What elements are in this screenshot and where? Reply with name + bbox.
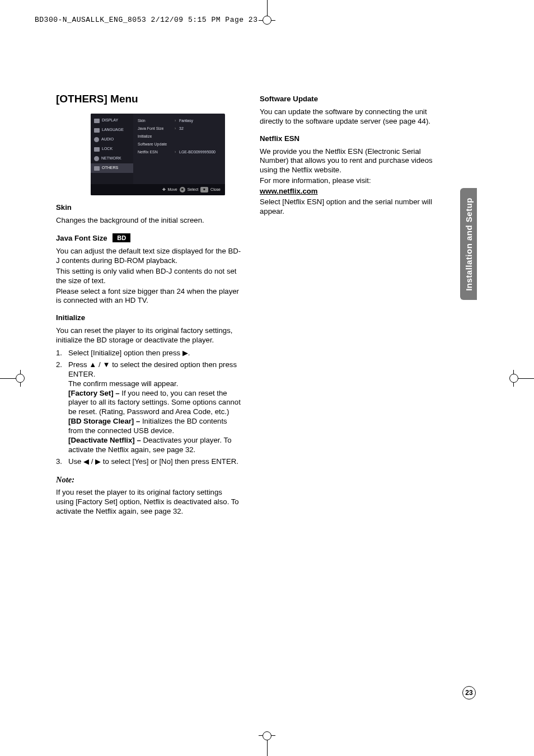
step-1: 1.Select [Initialize] option then press … [56, 349, 242, 358]
lock-icon [94, 147, 100, 152]
skin-text: Changes the background of the initial sc… [56, 216, 242, 226]
skin-heading: Skin [56, 203, 242, 213]
software-update-text: You can update the software by connectin… [260, 107, 446, 126]
network-icon [94, 156, 99, 161]
ss-sidebar-audio: AUDIO [91, 135, 133, 144]
initialize-text: You can reset the player to its original… [56, 326, 242, 345]
initialize-steps: 1.Select [Initialize] option then press … [56, 349, 242, 467]
others-icon [94, 166, 100, 171]
java-text-1: You can adjust the default text size dis… [56, 247, 242, 266]
netflix-esn-text-3: Select [Netflix ESN] option and the seri… [260, 198, 446, 217]
software-update-heading: Software Update [260, 95, 446, 104]
section-tab: Installation and Setup [460, 188, 477, 300]
note-heading: Note: [56, 475, 242, 485]
java-text-2: This setting is only valid when BD-J con… [56, 267, 242, 286]
ss-sidebar-display: DISPLAY [91, 116, 133, 125]
others-menu-heading: [OTHERS] Menu [56, 92, 242, 106]
enter-icon: ◉ [180, 187, 185, 192]
right-column: Software Update You can update the softw… [260, 92, 446, 518]
display-icon [94, 119, 100, 123]
java-font-heading: Java Font Size BD [56, 233, 242, 243]
initialize-heading: Initialize [56, 313, 242, 323]
ss-footer-bar: ✥Move ◉Select ■Close [91, 184, 225, 195]
ss-row-initialize: Initialize [138, 133, 222, 140]
menu-screenshot: DISPLAY LANGUAGE AUDIO LOCK NETWORK OTHE… [91, 114, 225, 195]
language-icon [94, 128, 100, 133]
netflix-esn-text-1: We provide you the Netflix ESN (Electron… [260, 147, 446, 176]
ss-sidebar-others: OTHERS [91, 163, 133, 173]
bd-badge: BD [113, 233, 130, 242]
ss-row-netflixesn: Netflix ESN›LGE-BD3099995000 [138, 148, 222, 156]
close-icon: ■ [200, 187, 208, 192]
java-text-3: Please select a font size bigger than 24… [56, 287, 242, 306]
left-column: [OTHERS] Menu DISPLAY LANGUAGE AUDIO LOC… [56, 92, 242, 518]
ss-row-swupdate: Software Update [138, 140, 222, 148]
dpad-icon: ✥ [162, 187, 166, 192]
netflix-esn-text-2: For more information, please visit: [260, 176, 446, 186]
ss-row-javafont: Java Font Size›32 [138, 125, 222, 133]
print-slug: BD300-N_AUSALLK_ENG_8053 2/12/09 5:15 PM… [35, 16, 257, 24]
ss-sidebar-language: LANGUAGE [91, 125, 133, 135]
netflix-link[interactable]: www.netflix.com [260, 187, 318, 195]
page-number: 23 [462, 686, 476, 699]
audio-icon [94, 137, 99, 142]
netflix-esn-heading: Netflix ESN [260, 134, 446, 144]
ss-sidebar-lock: LOCK [91, 144, 133, 154]
note-text: If you reset the player to its original … [56, 488, 242, 516]
step-3: 3.Use ◀ / ▶ to select [Yes] or [No] then… [56, 457, 242, 467]
step-2: 2. Press ▲ / ▼ to select the desired opt… [56, 360, 242, 455]
ss-row-skin: Skin›Fantasy [138, 117, 222, 125]
ss-sidebar-network: NETWORK [91, 154, 133, 163]
